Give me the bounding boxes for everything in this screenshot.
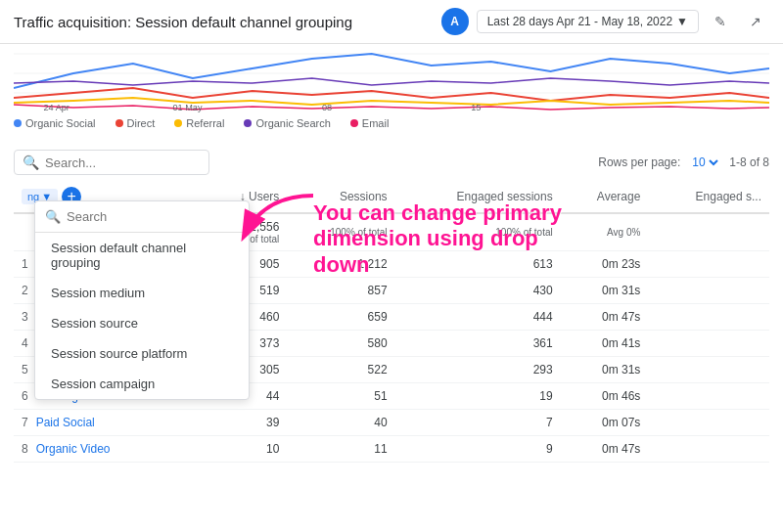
dropdown-item[interactable]: Session campaign xyxy=(35,369,249,399)
rows-range: 1-8 of 8 xyxy=(729,155,769,169)
chart-legend: Organic Social Direct Referral Organic S… xyxy=(14,115,769,131)
cell-engaged: 361 xyxy=(395,331,561,357)
dropdown-search-box[interactable]: 🔍 xyxy=(35,201,249,233)
dropdown-search-input[interactable] xyxy=(67,209,239,224)
chart-area: 24 Apr 01 May 08 15 Organic Social Direc… xyxy=(0,44,783,142)
dimension-dropdown: 🔍 Session default channel groupingSessio… xyxy=(34,200,250,400)
share-button[interactable]: ↗ xyxy=(742,8,769,35)
cell-engaged: 293 xyxy=(395,357,561,383)
dropdown-item[interactable]: Session source xyxy=(35,308,249,338)
cell-sessions: 40 xyxy=(287,410,394,436)
cell-engaged-s xyxy=(648,436,769,463)
col-header-sessions[interactable]: Sessions xyxy=(287,181,394,213)
svg-text:08: 08 xyxy=(322,103,332,112)
cell-engaged-s xyxy=(648,304,769,331)
cell-engaged-s xyxy=(648,383,769,410)
cell-rank-name: 8Organic Video xyxy=(14,436,179,463)
cell-sessions: 659 xyxy=(287,304,394,331)
cell-engaged: 430 xyxy=(395,278,561,304)
cell-avg: 0m 41s xyxy=(561,331,649,357)
cell-avg: 0m 47s xyxy=(561,436,649,463)
cell-engaged-s xyxy=(648,410,769,436)
page-header: Traffic acquisition: Session default cha… xyxy=(0,0,783,44)
cell-engaged-s xyxy=(648,278,769,304)
dropdown-items-list: Session default channel groupingSession … xyxy=(35,233,249,399)
rows-label: Rows per page: xyxy=(598,155,680,169)
rows-per-page-select[interactable]: 10 25 50 xyxy=(688,155,721,170)
cell-sessions: 1,212 xyxy=(287,251,394,278)
svg-text:01 May: 01 May xyxy=(173,103,203,112)
date-range-button[interactable]: Last 28 days Apr 21 - May 18, 2022 ▼ xyxy=(477,10,699,33)
cell-engaged-s xyxy=(648,251,769,278)
search-icon: 🔍 xyxy=(23,155,39,170)
cell-sessions: 857 xyxy=(287,278,394,304)
cell-avg: 0m 23s xyxy=(561,251,649,278)
svg-text:24 Apr: 24 Apr xyxy=(43,103,69,112)
email-dot xyxy=(350,119,358,127)
legend-organic-social: Organic Social xyxy=(14,117,96,129)
main-search-input[interactable] xyxy=(45,155,192,170)
avatar: A xyxy=(441,8,469,35)
date-range-label: Last 28 days Apr 21 - May 18, 2022 xyxy=(487,15,672,28)
col-header-engaged-s[interactable]: Engaged s... xyxy=(648,181,769,213)
table-row: 7Paid Social 39 40 7 0m 07s xyxy=(14,410,769,436)
cell-sessions: 51 xyxy=(287,383,394,410)
legend-referral: Referral xyxy=(174,117,224,129)
chart-svg: 24 Apr 01 May 08 15 xyxy=(14,44,769,112)
col-header-engaged[interactable]: Engaged sessions xyxy=(395,181,561,213)
chevron-down-icon: ▼ xyxy=(676,15,688,28)
direct-dot xyxy=(115,119,123,127)
dropdown-search-icon: 🔍 xyxy=(45,209,61,224)
referral-dot xyxy=(174,119,182,127)
rows-control: Rows per page: 10 25 50 1-8 of 8 xyxy=(598,155,769,170)
cell-avg: 0m 07s xyxy=(561,410,649,436)
total-avg: Avg 0% xyxy=(561,213,649,251)
page-title: Traffic acquisition: Session default cha… xyxy=(14,14,441,30)
total-engaged: 100% of total xyxy=(395,213,561,251)
legend-organic-search: Organic Search xyxy=(244,117,330,129)
cell-users: 39 xyxy=(179,410,287,436)
table-controls: 🔍 Rows per page: 10 25 50 1-8 of 8 xyxy=(14,142,769,181)
cell-users: 10 xyxy=(179,436,287,463)
cell-engaged: 613 xyxy=(395,251,561,278)
cell-sessions: 11 xyxy=(287,436,394,463)
cell-avg: 0m 31s xyxy=(561,278,649,304)
cell-rank-name: 7Paid Social xyxy=(14,410,179,436)
main-search-box[interactable]: 🔍 xyxy=(14,150,209,175)
cell-engaged-s xyxy=(648,357,769,383)
organic-social-dot xyxy=(14,119,22,127)
dropdown-item[interactable]: Session medium xyxy=(35,278,249,308)
dropdown-item[interactable]: Session default channel grouping xyxy=(35,233,249,278)
cell-engaged: 9 xyxy=(395,436,561,463)
header-icons: A Last 28 days Apr 21 - May 18, 2022 ▼ ✎… xyxy=(441,8,769,35)
legend-direct: Direct xyxy=(115,117,156,129)
cell-sessions: 522 xyxy=(287,357,394,383)
cell-engaged: 19 xyxy=(395,383,561,410)
cell-sessions: 580 xyxy=(287,331,394,357)
svg-text:15: 15 xyxy=(471,103,481,112)
cell-avg: 0m 31s xyxy=(561,357,649,383)
col-header-average[interactable]: Average xyxy=(561,181,649,213)
edit-button[interactable]: ✎ xyxy=(707,8,734,35)
total-sessions: 100% of total xyxy=(287,213,394,251)
legend-email: Email xyxy=(350,117,390,129)
cell-avg: 0m 46s xyxy=(561,383,649,410)
cell-engaged-s xyxy=(648,331,769,357)
dropdown-item[interactable]: Session source platform xyxy=(35,338,249,369)
table-row: 8Organic Video 10 11 9 0m 47s xyxy=(14,436,769,463)
cell-avg: 0m 47s xyxy=(561,304,649,331)
cell-engaged: 444 xyxy=(395,304,561,331)
organic-search-dot xyxy=(244,119,252,127)
cell-engaged: 7 xyxy=(395,410,561,436)
